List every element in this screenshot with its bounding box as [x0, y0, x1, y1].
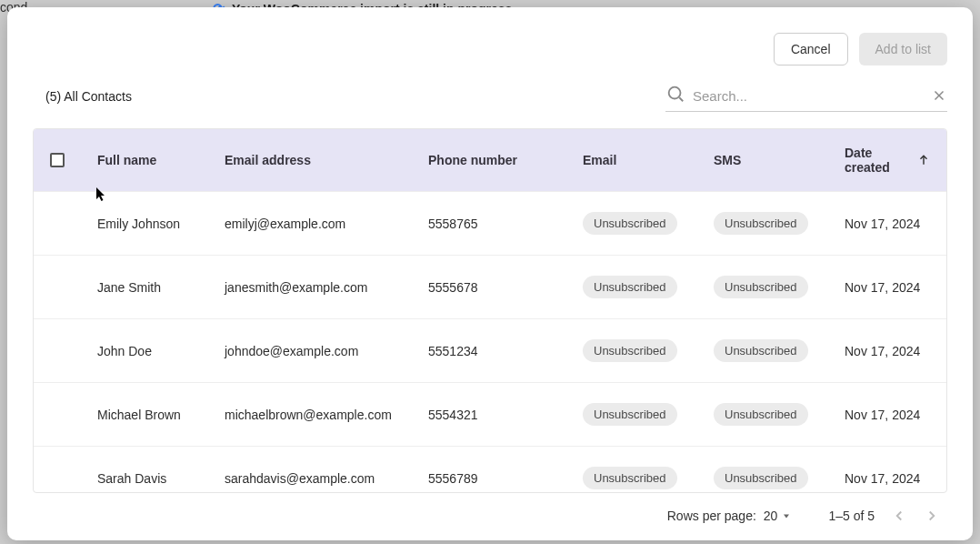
modal-header: Cancel Add to list — [33, 33, 947, 65]
pagination-range: 1–5 of 5 — [828, 509, 875, 523]
table-row[interactable]: Michael Brownmichaelbrown@example.com555… — [34, 382, 946, 446]
status-badge: Unsubscribed — [583, 403, 677, 426]
caret-down-icon — [781, 510, 792, 521]
rows-per-page-control: Rows per page: 20 — [667, 509, 793, 523]
date-created-cell: Nov 17, 2024 — [845, 217, 930, 231]
contact-phone: 5558765 — [428, 217, 583, 231]
contact-name: Michael Brown — [97, 408, 225, 422]
select-all-checkbox[interactable] — [50, 153, 65, 167]
email-status-cell: Unsubscribed — [583, 403, 714, 426]
contacts-count-title: (5) All Contacts — [33, 89, 132, 104]
email-status-cell: Unsubscribed — [583, 467, 714, 489]
column-header-sms[interactable]: SMS — [714, 153, 845, 167]
column-header-phone[interactable]: Phone number — [428, 153, 583, 167]
contact-phone: 5554321 — [428, 408, 583, 422]
rows-per-page-value: 20 — [764, 509, 778, 523]
search-input[interactable] — [685, 85, 931, 107]
contact-name: John Doe — [97, 344, 225, 358]
table-row[interactable]: Emily Johnsonemilyj@example.com5558765Un… — [34, 191, 946, 255]
cancel-button[interactable]: Cancel — [774, 33, 848, 65]
contacts-modal: Cancel Add to list (5) All Contacts Full… — [7, 7, 973, 540]
contact-email: janesmith@example.com — [225, 280, 428, 295]
date-created-cell: Nov 17, 2024 — [845, 344, 930, 358]
svg-line-1 — [679, 97, 683, 101]
column-header-full-name[interactable]: Full name — [97, 153, 225, 167]
status-badge: Unsubscribed — [583, 467, 677, 489]
table-row[interactable]: Sarah Davissarahdavis@example.com5556789… — [34, 446, 946, 493]
toolbar: (5) All Contacts — [33, 80, 947, 112]
sms-status-cell: Unsubscribed — [714, 276, 845, 298]
contact-phone: 5556789 — [428, 471, 583, 486]
contacts-table: Full name Email address Phone number Ema… — [33, 128, 947, 493]
search-field-wrapper — [665, 80, 947, 112]
date-created-cell: Nov 17, 2024 — [845, 280, 930, 295]
contact-name: Sarah Davis — [97, 471, 225, 486]
contact-email: johndoe@example.com — [225, 344, 428, 358]
svg-point-0 — [669, 87, 681, 99]
column-header-email-address[interactable]: Email address — [225, 153, 428, 167]
sms-status-cell: Unsubscribed — [714, 467, 845, 489]
status-badge: Unsubscribed — [714, 212, 808, 235]
status-badge: Unsubscribed — [583, 339, 677, 362]
sms-status-cell: Unsubscribed — [714, 339, 845, 362]
status-badge: Unsubscribed — [714, 339, 808, 362]
column-header-date-created[interactable]: Date created — [845, 146, 930, 175]
contact-email: emilyj@example.com — [225, 217, 428, 231]
contact-name: Jane Smith — [97, 280, 225, 295]
status-badge: Unsubscribed — [714, 276, 808, 298]
search-icon — [665, 84, 685, 107]
status-badge: Unsubscribed — [583, 212, 677, 235]
table-row[interactable]: John Doejohndoe@example.com5551234Unsubs… — [34, 318, 946, 382]
status-badge: Unsubscribed — [583, 276, 677, 298]
date-created-cell: Nov 17, 2024 — [845, 408, 930, 422]
svg-marker-5 — [784, 515, 789, 519]
contact-phone: 5551234 — [428, 344, 583, 358]
email-status-cell: Unsubscribed — [583, 212, 714, 235]
contact-phone: 5555678 — [428, 280, 583, 295]
column-header-email[interactable]: Email — [583, 153, 714, 167]
rows-per-page-label: Rows per page: — [667, 509, 756, 523]
next-page-button[interactable] — [924, 508, 940, 524]
date-created-label: Date created — [845, 146, 912, 175]
email-status-cell: Unsubscribed — [583, 339, 714, 362]
table-header: Full name Email address Phone number Ema… — [34, 129, 946, 191]
email-status-cell: Unsubscribed — [583, 276, 714, 298]
pagination-nav — [891, 508, 940, 524]
sort-ascending-icon — [917, 154, 930, 166]
clear-search-icon[interactable] — [931, 87, 947, 104]
status-badge: Unsubscribed — [714, 467, 808, 489]
contact-email: michaelbrown@example.com — [225, 408, 428, 422]
sms-status-cell: Unsubscribed — [714, 403, 845, 426]
rows-per-page-selector[interactable]: 20 — [764, 509, 793, 523]
add-to-list-button: Add to list — [859, 33, 947, 65]
sms-status-cell: Unsubscribed — [714, 212, 845, 235]
status-badge: Unsubscribed — [714, 403, 808, 426]
contact-name: Emily Johnson — [97, 217, 225, 231]
prev-page-button[interactable] — [891, 508, 907, 524]
table-row[interactable]: Jane Smithjanesmith@example.com5555678Un… — [34, 255, 946, 318]
date-created-cell: Nov 17, 2024 — [845, 471, 930, 486]
contact-email: sarahdavis@example.com — [225, 471, 428, 486]
select-all-cell — [50, 153, 97, 167]
table-footer: Rows per page: 20 1–5 of 5 — [33, 493, 947, 524]
